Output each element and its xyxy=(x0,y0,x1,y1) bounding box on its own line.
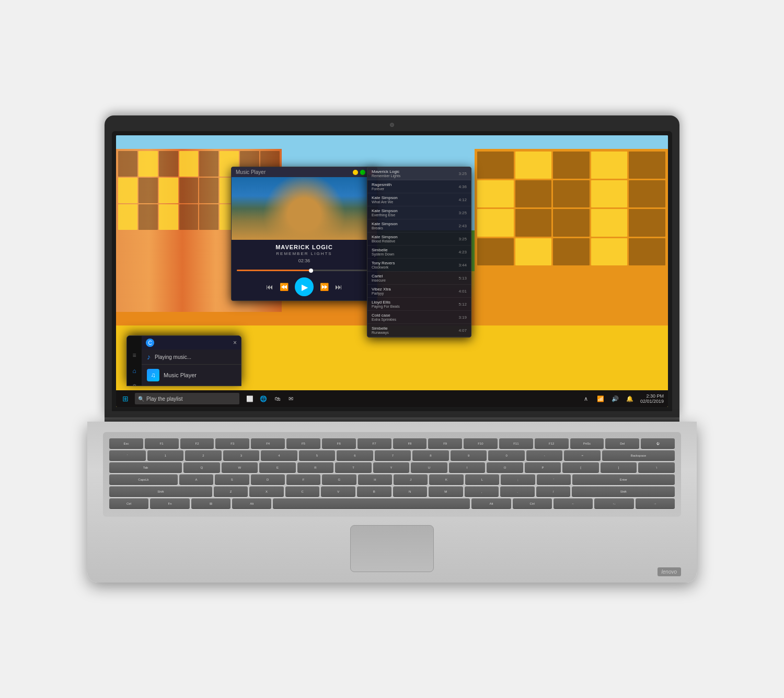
key-lbracket[interactable]: [ xyxy=(562,462,599,473)
key-arrow-right[interactable]: → xyxy=(636,498,675,509)
key-i[interactable]: I xyxy=(449,462,486,473)
key-8[interactable]: 8 xyxy=(412,450,449,461)
key-r[interactable]: R xyxy=(297,462,334,473)
key-3[interactable]: 3 xyxy=(223,450,260,461)
gear-icon[interactable]: ⚙ xyxy=(132,383,137,386)
key-f4[interactable]: F4 xyxy=(251,438,285,449)
key-power[interactable]: ⏻ xyxy=(641,438,675,449)
skip-to-start-button[interactable]: ⏮ xyxy=(266,283,273,291)
key-shift-left[interactable]: Shift xyxy=(109,486,212,497)
key-equal[interactable]: = xyxy=(564,450,601,461)
key-a[interactable]: A xyxy=(179,474,213,485)
key-comma[interactable]: , xyxy=(465,486,499,497)
playlist-item[interactable]: Cold case Extra Sprinkles 3:19 xyxy=(367,311,471,324)
key-p[interactable]: P xyxy=(525,462,561,473)
playlist-item[interactable]: Maverick Logic Remember Lights 3:25 xyxy=(367,167,471,180)
key-f3[interactable]: F3 xyxy=(215,438,249,449)
key-4[interactable]: 4 xyxy=(261,450,297,461)
taskbar-search-bar[interactable]: 🔍 Play the playlist xyxy=(135,393,239,404)
playlist-item[interactable]: Lloyd Ellis Paying For Beats 5:12 xyxy=(367,298,471,311)
key-rbracket[interactable]: ] xyxy=(601,462,637,473)
playlist-item[interactable]: Cartel Insecure 5:13 xyxy=(367,272,471,285)
music-player-app-item[interactable]: ♫ Music Player xyxy=(142,365,241,386)
key-9[interactable]: 9 xyxy=(451,450,487,461)
volume-icon[interactable]: 🔊 xyxy=(609,392,621,405)
key-f1[interactable]: F1 xyxy=(145,438,179,449)
playlist-item[interactable]: Vibez Xtra Partyyy 4:01 xyxy=(367,285,471,298)
trackpad[interactable] xyxy=(350,525,434,572)
key-x[interactable]: X xyxy=(249,486,284,497)
key-k[interactable]: K xyxy=(429,474,463,485)
key-backspace[interactable]: Backspace xyxy=(602,450,675,461)
key-l[interactable]: L xyxy=(465,474,499,485)
key-0[interactable]: 0 xyxy=(488,450,525,461)
key-u[interactable]: U xyxy=(411,462,447,473)
key-f8[interactable]: F8 xyxy=(393,438,427,449)
key-arrow-left[interactable]: ← xyxy=(554,498,593,509)
menu-icon[interactable]: ≡ xyxy=(132,352,136,359)
key-d[interactable]: D xyxy=(251,474,285,485)
key-f9[interactable]: F9 xyxy=(428,438,462,449)
skip-to-end-button[interactable]: ⏭ xyxy=(335,283,342,291)
key-delete[interactable]: Del xyxy=(605,438,639,449)
fast-forward-button[interactable]: ⏩ xyxy=(320,283,329,291)
key-quote[interactable]: ' xyxy=(537,474,571,485)
key-slash[interactable]: / xyxy=(536,486,571,497)
progress-bar-bg[interactable] xyxy=(237,270,372,271)
key-tab[interactable]: Tab xyxy=(109,462,182,473)
key-6[interactable]: 6 xyxy=(337,450,373,461)
key-5[interactable]: 5 xyxy=(299,450,336,461)
key-f2[interactable]: F2 xyxy=(180,438,214,449)
maximize-button[interactable] xyxy=(360,170,365,175)
key-minus[interactable]: - xyxy=(526,450,563,461)
key-t[interactable]: T xyxy=(335,462,372,473)
key-e[interactable]: E xyxy=(259,462,296,473)
key-space[interactable] xyxy=(273,498,470,509)
start-button[interactable]: ⊞ xyxy=(118,391,133,406)
key-f7[interactable]: F7 xyxy=(358,438,391,449)
key-f5[interactable]: F5 xyxy=(286,438,320,449)
key-s[interactable]: S xyxy=(215,474,249,485)
key-ctrl-left[interactable]: Ctrl xyxy=(109,498,148,509)
key-z[interactable]: Z xyxy=(214,486,248,497)
key-b[interactable]: B xyxy=(357,486,391,497)
store-icon[interactable]: 🛍 xyxy=(271,392,283,405)
key-period[interactable]: . xyxy=(500,486,535,497)
key-o[interactable]: O xyxy=(487,462,523,473)
progress-bar-container[interactable] xyxy=(232,267,377,273)
key-enter[interactable]: Enter xyxy=(572,474,675,485)
network-icon[interactable]: 📶 xyxy=(594,392,607,405)
key-backslash[interactable]: \ xyxy=(638,462,675,473)
key-f11[interactable]: F11 xyxy=(499,438,533,449)
key-alt-right[interactable]: Alt xyxy=(471,498,511,509)
rewind-button[interactable]: ⏪ xyxy=(280,283,289,291)
minimize-button[interactable] xyxy=(353,170,358,175)
key-v[interactable]: V xyxy=(321,486,355,497)
key-f6[interactable]: F6 xyxy=(322,438,356,449)
mail-icon[interactable]: ✉ xyxy=(284,392,297,405)
key-semicolon[interactable]: ; xyxy=(501,474,535,485)
task-view-button[interactable]: ⬜ xyxy=(244,392,256,405)
key-fn[interactable]: Fn xyxy=(150,498,189,509)
key-c[interactable]: C xyxy=(285,486,320,497)
playlist-item[interactable]: Ragesmith Forever 4:36 xyxy=(367,180,471,193)
key-ctrl-right[interactable]: Ctrl xyxy=(513,498,552,509)
key-j[interactable]: J xyxy=(394,474,428,485)
key-arrow-updown[interactable]: ↑↓ xyxy=(594,498,633,509)
play-pause-button[interactable]: ▶ xyxy=(295,277,314,296)
key-f[interactable]: F xyxy=(286,474,320,485)
key-alt-left[interactable]: Alt xyxy=(232,498,271,509)
key-esc[interactable]: Esc xyxy=(109,438,143,449)
key-q[interactable]: Q xyxy=(183,462,220,473)
tray-arrow-icon[interactable]: ∧ xyxy=(580,392,592,405)
home-icon[interactable]: ⌂ xyxy=(132,367,136,375)
key-7[interactable]: 7 xyxy=(375,450,411,461)
key-2[interactable]: 2 xyxy=(185,450,222,461)
key-backtick[interactable]: ` xyxy=(109,450,146,461)
playlist-item[interactable]: Simbelle Runaways 4:07 xyxy=(367,324,471,337)
key-n[interactable]: N xyxy=(393,486,428,497)
key-w[interactable]: W xyxy=(222,462,258,473)
playlist-item[interactable]: Tony Revers Clockwork 3:44 xyxy=(367,259,471,272)
playlist-item[interactable]: Kate Simpson What Are We 4:12 xyxy=(367,193,471,206)
key-capslock[interactable]: CapsLk xyxy=(109,474,178,485)
